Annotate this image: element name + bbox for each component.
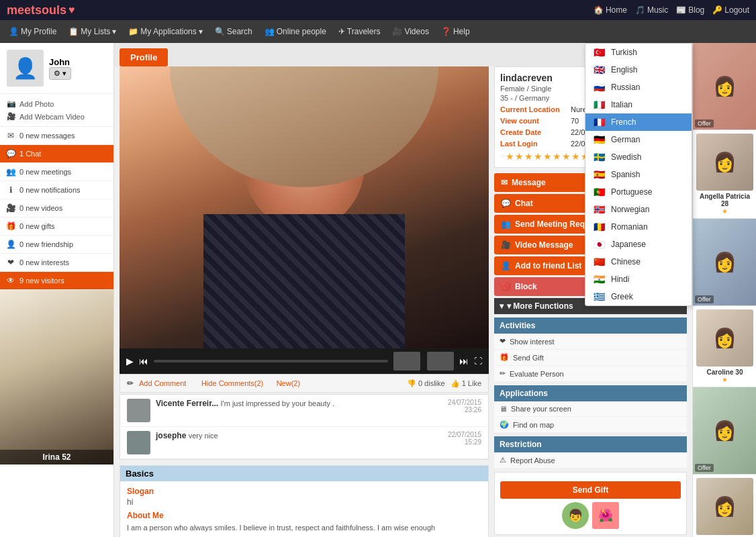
clothing-shape (203, 214, 405, 348)
lang-french[interactable]: 🇫🇷 French (585, 113, 692, 131)
nav-my-profile[interactable]: 👤 My Profile (3, 24, 62, 39)
nav-search[interactable]: 🔍 Search (209, 24, 258, 39)
flag-german: 🇩🇪 (592, 136, 606, 144)
share-screen-item[interactable]: 🖥 Share your screen (494, 401, 687, 417)
report-abuse-item[interactable]: ⚠ Report Abuse (494, 452, 687, 469)
flag-greek: 🇬🇷 (592, 293, 606, 301)
sidebar-photo[interactable]: Irina 52 (0, 290, 113, 465)
video-controls: ▶ ⏮ ⏭ ⛶ (120, 348, 489, 374)
ad-label-3: Offer (695, 464, 714, 472)
right-profile-1[interactable]: 👩 Angella Patricia 28 ★ (693, 130, 756, 219)
view-count-label: View count (500, 117, 567, 125)
add-friend-btn-icon: 👤 (501, 261, 511, 271)
progress-bar[interactable] (154, 360, 388, 362)
notif-videos[interactable]: 🎥 0 new videos (0, 199, 113, 217)
comment-date-1: 24/07/2015 23:26 (448, 399, 481, 422)
comment-date-2: 22/07/2015 15:29 (448, 431, 481, 454)
notif-gifts[interactable]: 🎁 0 new gifts (0, 217, 113, 236)
activities-label: Activities (500, 321, 535, 330)
notif-interests[interactable]: ❤ 0 new interests (0, 254, 113, 272)
lang-swedish[interactable]: 🇸🇪 Swedish (585, 148, 692, 166)
gift-icon: 🎁 (500, 353, 509, 362)
notif-visitors[interactable]: 👁 9 new visitors (0, 272, 113, 290)
music-nav[interactable]: 🎵 Music (635, 5, 668, 15)
blog-nav[interactable]: 📰 Blog (676, 5, 704, 15)
friendship-icon: 👤 (5, 239, 16, 250)
ad-label-1: Offer (695, 119, 714, 128)
sidebar-actions: 📷 Add Photo 🎥 Add Webcam Video (0, 94, 113, 127)
like-button[interactable]: 👍 1 Like (451, 379, 481, 388)
notif-meetings[interactable]: 👥 0 new meetings (0, 163, 113, 181)
find-on-map-item[interactable]: 🌍 Find on map (494, 417, 687, 433)
right-profile-photo-1: 👩 (696, 134, 753, 191)
dislike-button[interactable]: 👎 0 dislike (407, 379, 445, 388)
fullscreen-button[interactable]: ⛶ (474, 356, 482, 366)
nav-my-lists[interactable]: 📋 My Lists ▾ (63, 24, 122, 39)
flag-french: 🇫🇷 (592, 118, 606, 127)
chat-icon: 💬 (5, 148, 16, 159)
sidebar-user-info: John ⚙ ▾ (49, 57, 71, 80)
logout-nav[interactable]: 🔑 Logout (712, 5, 749, 15)
right-profile-2[interactable]: 👩 Caroline 30 ★ (693, 306, 756, 387)
flag-portuguese: 🇵🇹 (592, 188, 606, 197)
avatar: 👤 (7, 50, 44, 87)
nav-online-people[interactable]: 👥 Online people (259, 24, 332, 39)
skip-forward-button[interactable]: ⏭ (459, 356, 469, 367)
basics-header: Basics (120, 466, 488, 481)
lang-spanish[interactable]: 🇪🇸 Spanish (585, 166, 692, 183)
nav-videos[interactable]: 🎥 Videos (387, 24, 434, 39)
profile-photo (120, 66, 489, 348)
flag-turkish: 🇹🇷 (592, 48, 606, 57)
lang-russian[interactable]: 🇷🇺 Russian (585, 79, 692, 96)
add-comment-link[interactable]: Add Comment (139, 379, 186, 387)
nav-travelers[interactable]: ✈ Travelers (333, 24, 386, 39)
settings-button[interactable]: ⚙ ▾ (49, 67, 71, 80)
logo-text: meetsouls (7, 3, 66, 17)
star-radio: ○ (500, 151, 505, 162)
send-gift-button[interactable]: Send Gift (500, 481, 681, 499)
notif-friendship[interactable]: 👤 0 new friendship (0, 236, 113, 254)
skip-back-button[interactable]: ⏮ (139, 356, 148, 367)
lang-german[interactable]: 🇩🇪 German (585, 131, 692, 148)
lang-norwegian[interactable]: 🇳🇴 Norwegian (585, 201, 692, 218)
add-webcam-link[interactable]: 🎥 Add Webcam Video (7, 110, 107, 123)
lang-chinese[interactable]: 🇨🇳 Chinese (585, 253, 692, 271)
send-gift-item[interactable]: 🎁 Send Gift (494, 350, 687, 366)
comment-content-2: josephe very nice (156, 431, 442, 454)
nav-my-applications[interactable]: 📁 My Applications ▾ (123, 24, 207, 39)
lang-english[interactable]: 🇬🇧 English (585, 61, 692, 79)
add-photo-link[interactable]: 📷 Add Photo (7, 97, 107, 110)
lang-greek[interactable]: 🇬🇷 Greek (585, 288, 692, 305)
flag-italian: 🇮🇹 (592, 101, 606, 109)
sidebar-photo-bg: Irina 52 (0, 290, 113, 465)
lang-hindi[interactable]: 🇮🇳 Hindi (585, 271, 692, 288)
lang-turkish[interactable]: 🇹🇷 Turkish (585, 44, 692, 61)
nav-help[interactable]: ❓ Help (436, 24, 475, 39)
hair-shape (120, 66, 489, 201)
play-button[interactable]: ▶ (126, 356, 134, 367)
ad-image-1: 👩 (693, 43, 756, 130)
lang-portuguese[interactable]: 🇵🇹 Portuguese (585, 183, 692, 201)
evaluate-person-item[interactable]: ✏ Evaluate Person (494, 366, 687, 382)
new-comments-link[interactable]: New(2) (277, 379, 300, 387)
notif-messages[interactable]: ✉ 0 new messages (0, 127, 113, 145)
heart-icon: ❤ (500, 337, 506, 346)
lang-japanese[interactable]: 🇯🇵 Japanese (585, 236, 692, 253)
map-icon: 🌍 (500, 420, 509, 429)
site-logo[interactable]: meetsouls♥ (7, 3, 75, 17)
lang-romanian[interactable]: 🇷🇴 Romanian (585, 218, 692, 236)
lang-italian[interactable]: 🇮🇹 Italian (585, 96, 692, 113)
home-nav[interactable]: 🏠 Home (594, 5, 627, 15)
about-label: About Me (127, 511, 481, 520)
hide-comments-link[interactable]: Hide Comments(2) (201, 379, 263, 387)
show-interest-item[interactable]: ❤ Show interest (494, 334, 687, 350)
header: meetsouls♥ 🏠 Home 🎵 Music 📰 Blog 🔑 Logou… (0, 0, 756, 20)
notif-notifications[interactable]: ℹ 0 new notifications (0, 181, 113, 199)
profile-tab[interactable]: Profile (120, 48, 168, 66)
notif-chat[interactable]: 💬 1 Chat (0, 145, 113, 163)
gift-images: 👦 🌺 (500, 502, 681, 529)
gift-1: 👦 (562, 502, 589, 529)
right-profile-3[interactable]: 👩 Joy MacCauly 30 ★ (693, 475, 756, 537)
right-profile-photo-2: 👩 (696, 309, 753, 367)
ad-image-2: 👩 (693, 219, 756, 305)
